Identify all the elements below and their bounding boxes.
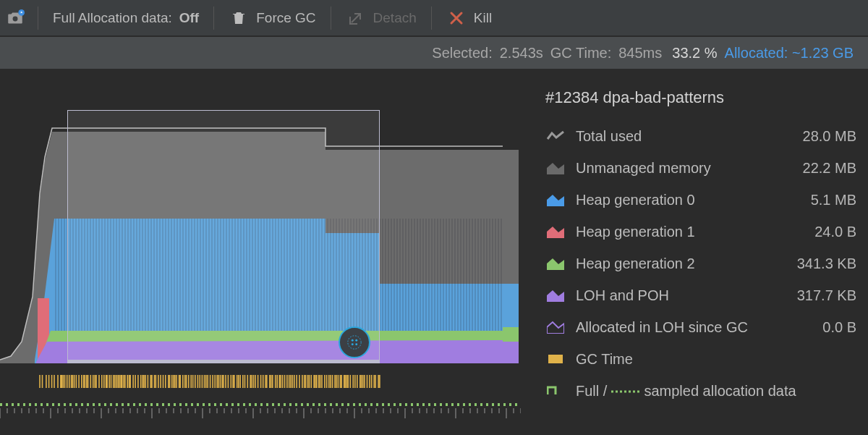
svg-point-7: [355, 339, 357, 342]
svg-rect-12: [503, 284, 519, 327]
full-allocation-toggle[interactable]: Full Allocation data: Off: [48, 7, 203, 29]
allocated-value: Allocated: ~1.23 GB: [725, 45, 854, 62]
detach-label: Detach: [373, 10, 417, 26]
legend-item-value: 22.2 MB: [803, 160, 856, 177]
separator: [213, 7, 214, 30]
time-ruler[interactable]: [0, 398, 521, 424]
snapshot-marker-button[interactable]: [339, 326, 370, 358]
separator: [331, 7, 331, 30]
full-allocation-state: Off: [179, 10, 199, 26]
legend-item-sampled[interactable]: Full / sampled allocation data: [545, 375, 856, 407]
svg-point-0: [13, 16, 18, 21]
gc-time-value: 845ms: [618, 45, 662, 62]
selected-label: Selected:: [432, 45, 492, 62]
legend-item-label: LOH and POH: [576, 287, 797, 304]
legend-item-gctime[interactable]: GC Time: [545, 343, 856, 375]
svg-point-5: [348, 336, 361, 349]
separator: [431, 7, 432, 30]
svg-point-6: [352, 339, 354, 342]
legend-swatch-icon: [545, 257, 566, 270]
legend-swatch-icon: [545, 321, 566, 334]
legend-swatch-icon: [545, 130, 566, 143]
chart-canvas: [0, 110, 503, 363]
legend-swatch-icon: [545, 161, 566, 174]
gc-time-label: GC Time:: [550, 45, 611, 62]
legend-item-label: Heap generation 2: [576, 255, 797, 272]
force-gc-label: Force GC: [256, 10, 315, 26]
full-allocation-label: Full Allocation data:: [53, 10, 172, 26]
separator: [38, 7, 38, 30]
legend-item-unmanaged[interactable]: Unmanaged memory22.2 MB: [545, 152, 856, 184]
gc-time-percent: 33.2 %: [672, 45, 717, 62]
detach-icon: [346, 8, 366, 28]
legend-swatch-icon: [545, 384, 566, 397]
legend-item-value: 28.0 MB: [803, 128, 856, 145]
snapshot-settings-button[interactable]: [3, 6, 27, 30]
close-icon: [446, 8, 467, 28]
process-title: #12384 dpa-bad-patterns: [545, 88, 856, 107]
legend-item-label: Unmanaged memory: [576, 160, 803, 177]
legend-item-label: Heap generation 1: [576, 224, 814, 240]
legend-item-label: Total used: [576, 128, 803, 145]
legend-swatch-icon: [545, 352, 566, 366]
svg-rect-13: [503, 327, 519, 342]
legend-item-gen2[interactable]: Heap generation 2341.3 KB: [545, 248, 856, 279]
legend-item-value: 317.7 KB: [797, 287, 856, 304]
toolbar: Full Allocation data: Off Force GC Detac…: [0, 0, 868, 36]
legend-item-gen1[interactable]: Heap generation 124.0 B: [545, 216, 856, 248]
legend-swatch-icon: [545, 225, 566, 238]
legend-item-total[interactable]: Total used28.0 MB: [545, 120, 856, 152]
legend-item-label: GC Time: [576, 351, 856, 368]
legend-item-value: 24.0 B: [814, 224, 856, 240]
legend-item-value: 341.3 KB: [797, 255, 856, 272]
svg-point-8: [352, 343, 354, 345]
legend-panel: #12384 dpa-bad-patterns Total used28.0 M…: [521, 69, 868, 435]
legend-swatch-icon: [545, 193, 566, 206]
legend-item-loh[interactable]: LOH and POH317.7 KB: [545, 279, 856, 311]
svg-rect-15: [548, 355, 563, 363]
main-area: #12384 dpa-bad-patterns Total used28.0 M…: [0, 69, 868, 435]
svg-rect-11: [503, 150, 519, 284]
memory-timeline-chart[interactable]: [0, 69, 521, 435]
selected-value: 2.543s: [500, 45, 543, 62]
legend-item-label: Heap generation 0: [576, 192, 811, 208]
legend-item-label: Allocated in LOH since GC: [576, 319, 822, 336]
legend-item-value: 0.0 B: [822, 319, 856, 336]
legend-item-label: Full / sampled allocation data: [576, 383, 856, 400]
force-gc-button[interactable]: Force GC: [224, 5, 320, 31]
status-bar: Selected: 2.543s GC Time: 845ms 33.2 % A…: [0, 36, 868, 69]
detach-button[interactable]: Detach: [341, 5, 421, 31]
legend-item-loh_alloc[interactable]: Allocated in LOH since GC0.0 B: [545, 311, 856, 343]
legend-item-gen0[interactable]: Heap generation 05.1 MB: [545, 184, 856, 216]
legend-swatch-icon: [545, 289, 566, 302]
svg-point-9: [355, 343, 357, 345]
legend-item-value: 5.1 MB: [811, 192, 856, 208]
kill-button[interactable]: Kill: [442, 5, 496, 31]
gc-events-strip: [0, 373, 503, 391]
current-values-strip: [503, 110, 519, 363]
trash-icon: [229, 8, 249, 28]
kill-label: Kill: [474, 10, 492, 26]
svg-rect-14: [503, 342, 519, 363]
